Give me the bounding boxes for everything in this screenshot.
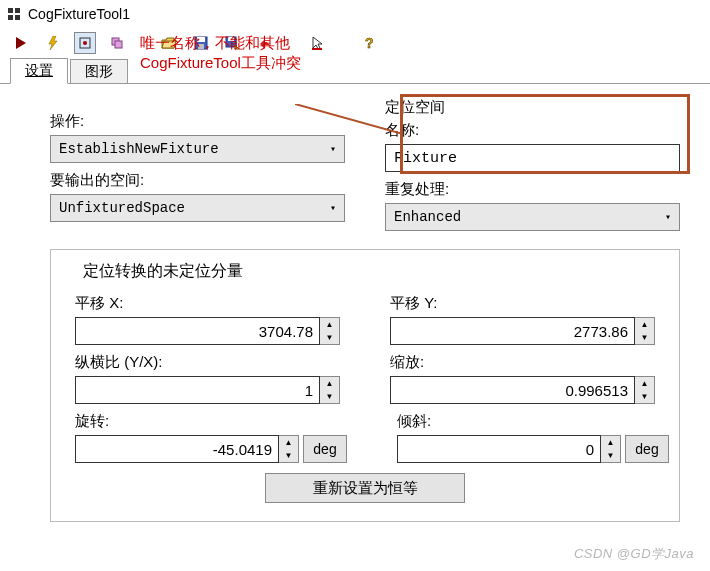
copy-icon[interactable] — [106, 32, 128, 54]
fixture-space-group-label: 定位空间 — [385, 98, 680, 117]
aspect-input[interactable] — [75, 376, 320, 404]
run-icon[interactable] — [10, 32, 32, 54]
operation-label: 操作: — [50, 112, 345, 131]
skew-spinner[interactable]: ▲▼ — [601, 435, 621, 463]
translate-x-label: 平移 X: — [75, 294, 340, 313]
translate-y-input[interactable] — [390, 317, 635, 345]
aspect-spinner[interactable]: ▲▼ — [320, 376, 340, 404]
svg-rect-2 — [8, 15, 13, 20]
rotation-spinner[interactable]: ▲▼ — [279, 435, 299, 463]
reset-identity-button[interactable]: 重新设置为恒等 — [265, 473, 465, 503]
tab-graphics[interactable]: 图形 — [70, 59, 128, 84]
skew-deg-button[interactable]: deg — [625, 435, 669, 463]
cursor-icon[interactable] — [306, 32, 328, 54]
operation-select[interactable]: EstablishNewFixture ▾ — [50, 135, 345, 163]
translate-x-spinner[interactable]: ▲▼ — [320, 317, 340, 345]
rotation-input[interactable] — [75, 435, 279, 463]
svg-marker-5 — [49, 36, 57, 50]
chevron-down-icon: ▾ — [665, 211, 671, 223]
fixture-name-input[interactable] — [385, 144, 680, 172]
svg-rect-3 — [15, 15, 20, 20]
skew-input[interactable] — [397, 435, 601, 463]
scale-spinner[interactable]: ▲▼ — [635, 376, 655, 404]
unfixtured-group: 定位转换的未定位分量 平移 X: ▲▼ 平移 Y: ▲▼ 纵横比 (Y/X): — [50, 249, 680, 522]
watermark: CSDN @GD学Java — [574, 545, 694, 563]
repeat-select[interactable]: Enhanced ▾ — [385, 203, 680, 231]
group-title: 定位转换的未定位分量 — [79, 261, 247, 282]
chevron-down-icon: ▾ — [330, 143, 336, 155]
rotation-label: 旋转: — [75, 412, 347, 431]
scale-label: 缩放: — [390, 353, 655, 372]
app-icon — [6, 6, 22, 22]
chevron-down-icon: ▾ — [330, 202, 336, 214]
svg-rect-9 — [115, 41, 122, 48]
tab-settings[interactable]: 设置 — [10, 58, 68, 84]
window-title: CogFixtureTool1 — [28, 6, 130, 22]
help-icon[interactable]: ? — [358, 32, 380, 54]
translate-y-label: 平移 Y: — [390, 294, 655, 313]
translate-x-input[interactable] — [75, 317, 320, 345]
repeat-label: 重复处理: — [385, 180, 680, 199]
svg-rect-0 — [8, 8, 13, 13]
rotation-deg-button[interactable]: deg — [303, 435, 347, 463]
skew-label: 倾斜: — [397, 412, 669, 431]
output-space-select[interactable]: UnfixturedSpace ▾ — [50, 194, 345, 222]
toolbar: ? — [0, 28, 710, 58]
svg-rect-1 — [15, 8, 20, 13]
tab-row: 设置 图形 唯一名称，不能和其他 CogFixtureTool工具冲突 — [0, 58, 710, 84]
settings-panel: 操作: EstablishNewFixture ▾ 要输出的空间: Unfixt… — [0, 83, 710, 532]
aspect-label: 纵横比 (Y/X): — [75, 353, 340, 372]
scale-input[interactable] — [390, 376, 635, 404]
svg-text:?: ? — [365, 36, 374, 50]
svg-marker-4 — [16, 37, 26, 49]
svg-point-7 — [83, 41, 87, 45]
title-bar: CogFixtureTool1 — [0, 0, 710, 28]
annotation-text: 唯一名称，不能和其他 CogFixtureTool工具冲突 — [140, 33, 301, 72]
svg-marker-16 — [313, 37, 322, 49]
output-space-label: 要输出的空间: — [50, 171, 345, 190]
record-icon[interactable] — [74, 32, 96, 54]
name-label: 名称: — [385, 121, 680, 140]
translate-y-spinner[interactable]: ▲▼ — [635, 317, 655, 345]
bolt-icon[interactable] — [42, 32, 64, 54]
